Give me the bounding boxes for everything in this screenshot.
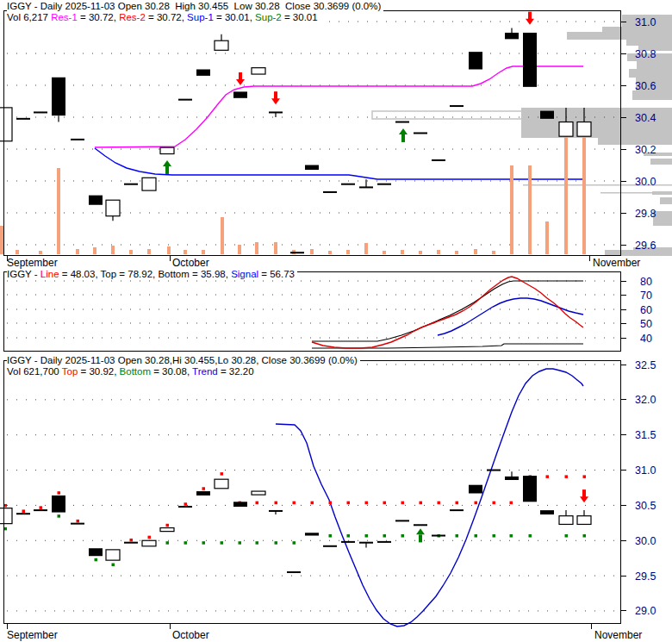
indicator-dot [493, 502, 496, 505]
candle-up [215, 479, 228, 489]
indicator-dot [184, 502, 188, 506]
axis-tick-label: 30.5 [635, 500, 656, 512]
candle-dash [395, 122, 409, 123]
panel2-legend: IGGY - Line = 48.03, Top = 78.92, Bottom… [7, 269, 297, 279]
indicator-dot [202, 487, 206, 490]
arrow-down-icon [236, 79, 245, 85]
candle-dash [377, 184, 391, 185]
indicator-dot [130, 539, 134, 542]
volume-bar [76, 249, 79, 254]
candle-down [196, 70, 210, 76]
legend-token: = 30.08, [151, 366, 192, 377]
axis-tick-label: 40 [640, 333, 652, 345]
volume-bar [184, 250, 187, 254]
candle-dash [395, 520, 409, 521]
volume-bar [510, 165, 513, 254]
indicator-dot [293, 502, 296, 505]
indicator-dot [583, 475, 587, 478]
candle-up [577, 516, 591, 525]
indicator-dot [510, 534, 513, 538]
volume-bar [528, 165, 532, 254]
volume-bar [238, 245, 241, 254]
indicator-dot [329, 502, 333, 505]
indicator-dot [239, 541, 242, 545]
candle-dash [450, 509, 464, 511]
candle-down [52, 78, 65, 115]
indicator-dot [565, 475, 569, 478]
month-label: September [7, 629, 58, 641]
indicator-dot [493, 534, 496, 538]
month-label: November [593, 257, 640, 269]
arrow-down-icon [580, 496, 588, 502]
signal-line [438, 298, 583, 335]
candle-down [233, 91, 247, 97]
indicator-dot [347, 534, 351, 538]
trend-price-panel[interactable]: 32.532.031.531.030.530.029.529.0 [0, 359, 656, 627]
indicator-dot [275, 541, 278, 545]
indicator-dot [40, 506, 43, 509]
arrow-down-icon [528, 12, 532, 20]
month-label: October [172, 629, 209, 641]
candle-dash [34, 111, 47, 113]
axis-tick-label: 30.2 [635, 144, 656, 156]
candle-up [0, 508, 12, 524]
indicator-dot [166, 524, 170, 527]
volume-bar [328, 251, 332, 254]
candle-dash [377, 541, 391, 543]
candle-dash [34, 509, 47, 511]
volume-bar [167, 246, 171, 254]
legend-token: Vol 6,217 [7, 12, 51, 22]
candle-dash [432, 159, 445, 161]
legend-token: Top [62, 366, 78, 377]
panel3-legend: Vol 621,700 Top = 30.92, Bottom = 30.08,… [7, 366, 257, 377]
candle-dash [432, 535, 445, 537]
legend-token: = 48.03, Top = 78.92, Bottom = 35.98, [59, 269, 232, 279]
indicator-dot [383, 502, 387, 505]
candle-dash [178, 506, 192, 508]
axis-tick-label: 30.0 [635, 535, 656, 547]
legend-token: Vol 621,700 [7, 366, 62, 377]
legend-token: Res-2 [119, 12, 146, 22]
charts-canvas[interactable]: 31.030.830.630.430.230.029.829.680706050… [0, 0, 672, 642]
indicator-dot [95, 558, 98, 562]
oscillator-panel[interactable]: 8070605040 [3, 271, 652, 351]
volume-bar [492, 251, 495, 254]
legend-token: Trend [192, 366, 218, 377]
candle-up [160, 147, 174, 153]
volume-bar [255, 242, 258, 254]
volume-bar [383, 251, 386, 254]
candle-down [233, 502, 247, 507]
candle-dash [124, 542, 138, 544]
indicator-dot [475, 502, 478, 505]
volume-profile-bar [660, 197, 672, 204]
candle-down [523, 33, 537, 87]
daily-price-panel[interactable]: 31.030.830.630.430.230.029.829.6 [0, 10, 672, 256]
indicator-dot [4, 504, 8, 508]
indicator-dot [456, 534, 459, 538]
indicator-dot [546, 475, 550, 478]
indicator-dot [221, 541, 224, 545]
axis-tick-label: 70 [640, 290, 652, 302]
indicator-dot [365, 502, 369, 505]
volume-bar [147, 249, 151, 254]
indicator-dot [256, 541, 259, 545]
arrow-up-icon [163, 160, 171, 166]
legend-token: = 30.72, [78, 12, 119, 22]
candle-dash [269, 510, 283, 512]
month-label: November [594, 629, 642, 641]
candle-dash [124, 184, 138, 185]
volume-bar [455, 251, 458, 254]
axis-tick-label: 29.0 [635, 605, 656, 617]
indicator-dot [565, 534, 569, 538]
volume-bar [39, 251, 42, 254]
indicator-dot [22, 509, 26, 513]
candle-down [523, 476, 537, 502]
axis-tick-label: 31.5 [635, 429, 656, 441]
arrow-down-icon [526, 19, 534, 25]
volume-profile-outline [372, 111, 522, 119]
volume-profile-bar [632, 90, 672, 100]
volume-bar [202, 250, 205, 254]
candle-down [89, 548, 103, 556]
axis-tick-label: 29.6 [635, 240, 656, 252]
arrow-up-icon [399, 128, 408, 134]
